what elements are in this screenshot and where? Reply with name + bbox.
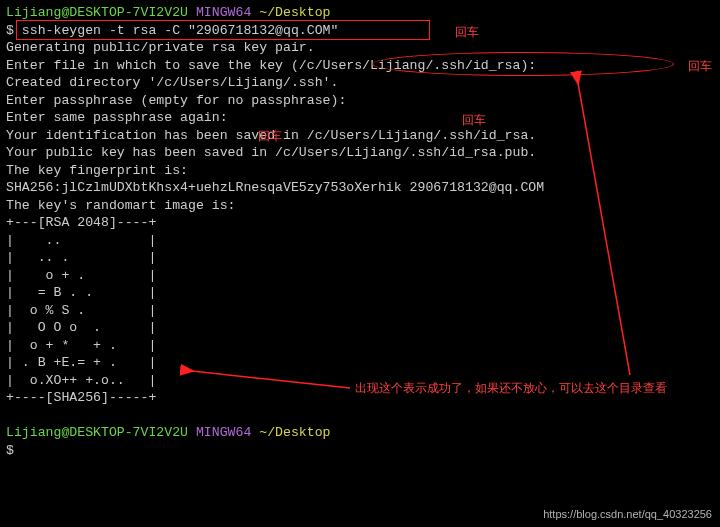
randomart-row: | o % S . | <box>6 302 714 320</box>
randomart-row: | . B +E.= + . | <box>6 354 714 372</box>
annotation-enter: 回车 <box>688 58 712 76</box>
annotation-enter: 回车 <box>462 112 486 130</box>
prompt-line-2: Lijiang@DESKTOP-7VI2V2U MINGW64 ~/Deskto… <box>6 424 714 442</box>
randomart-row: | o + . | <box>6 267 714 285</box>
prompt-line-1: Lijiang@DESKTOP-7VI2V2U MINGW64 ~/Deskto… <box>6 4 714 22</box>
prompt-user: Lijiang@DESKTOP-7VI2V2U <box>6 5 188 20</box>
annotation-success: 出现这个表示成功了，如果还不放心，可以去这个目录查看 <box>355 380 667 398</box>
output-created-dir: Created directory '/c/Users/Lijiang/.ssh… <box>6 74 714 92</box>
prompt-path: ~/Desktop <box>259 425 330 440</box>
randomart-row: | o + * + . | <box>6 337 714 355</box>
keyfile-path: /c/Users/Lijiang/.ssh/id_rsa <box>299 58 521 73</box>
command-line[interactable]: $ ssh-keygen -t rsa -C "2906718132@qq.CO… <box>6 22 714 40</box>
output-enter-file: Enter file in which to save the key (/c/… <box>6 57 714 75</box>
annotation-enter: 回车 <box>455 24 479 42</box>
output-pub-saved: Your public key has been saved in /c/Use… <box>6 144 714 162</box>
randomart-row: | O O o . | <box>6 319 714 337</box>
prompt-path: ~/Desktop <box>259 5 330 20</box>
watermark: https://blog.csdn.net/qq_40323256 <box>543 506 712 524</box>
annotation-enter: 回车 <box>258 128 282 146</box>
output-fingerprint-label: The key fingerprint is: <box>6 162 714 180</box>
output-fingerprint: SHA256:jlCzlmUDXbtKhsx4+uehzLRnesqaVE5zy… <box>6 179 714 197</box>
prompt-env: MINGW64 <box>196 425 251 440</box>
randomart-row: | = B . . | <box>6 284 714 302</box>
output-passphrase: Enter passphrase (empty for no passphras… <box>6 92 714 110</box>
randomart-row: | .. | <box>6 232 714 250</box>
prompt-env: MINGW64 <box>196 5 251 20</box>
ssh-keygen-command: ssh-keygen -t rsa -C "2906718132@qq.COM" <box>22 23 339 38</box>
output-passphrase-again: Enter same passphrase again: <box>6 109 714 127</box>
blank-line <box>6 407 714 425</box>
prompt-symbol: $ <box>6 23 14 38</box>
randomart-row: +---[RSA 2048]----+ <box>6 214 714 232</box>
prompt-user: Lijiang@DESKTOP-7VI2V2U <box>6 425 188 440</box>
output-randomart-label: The key's randomart image is: <box>6 197 714 215</box>
output-generating: Generating public/private rsa key pair. <box>6 39 714 57</box>
empty-prompt[interactable]: $ <box>6 442 714 460</box>
output-id-saved: Your identification has been saved in /c… <box>6 127 714 145</box>
randomart-row: | .. . | <box>6 249 714 267</box>
